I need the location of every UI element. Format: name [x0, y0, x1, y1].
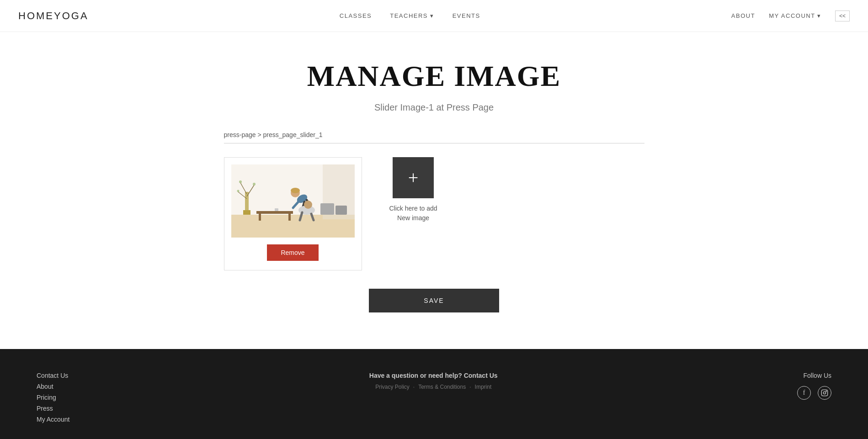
footer-imprint-link[interactable]: Imprint	[475, 384, 492, 390]
save-button[interactable]: SAVE	[369, 289, 499, 312]
page-title: MANAGE IMAGE	[307, 59, 561, 93]
facebook-icon[interactable]: f	[797, 386, 811, 400]
page-subtitle: Slider Image-1 at Press Page	[374, 102, 494, 113]
follow-us-label: Follow Us	[804, 372, 831, 379]
nav-classes[interactable]: CLASSES	[340, 12, 372, 19]
svg-rect-13	[259, 214, 261, 221]
svg-point-23	[304, 201, 312, 209]
nav-teachers[interactable]: TEACHERS ▾	[390, 12, 434, 19]
svg-rect-5	[243, 210, 250, 215]
breadcrumb-section: press-page > press_page_slider_1	[224, 131, 644, 143]
add-image-button[interactable]: +	[393, 157, 434, 198]
remove-button[interactable]: Remove	[267, 244, 318, 261]
images-row: Remove + Click here to add New image	[224, 157, 644, 270]
footer-terms-link[interactable]: Terms & Conditions	[418, 384, 466, 390]
svg-point-11	[237, 190, 239, 192]
add-image-label: Click here to add New image	[389, 204, 437, 223]
add-image-area[interactable]: + Click here to add New image	[389, 157, 437, 223]
nav-center: CLASSES TEACHERS ▾ EVENTS	[340, 12, 480, 19]
social-icons: f	[797, 386, 831, 400]
svg-point-18	[291, 188, 300, 193]
main-content: MANAGE IMAGE Slider Image-1 at Press Pag…	[0, 32, 868, 349]
footer-link-my-account[interactable]: My Account	[37, 416, 69, 423]
breadcrumb: press-page > press_page_slider_1	[224, 131, 644, 143]
collapse-button[interactable]: <<	[835, 11, 850, 21]
footer-contact-link[interactable]: Contact Us	[464, 372, 498, 379]
nav-events[interactable]: EVENTS	[453, 12, 480, 19]
footer-link-pricing[interactable]: Pricing	[37, 394, 69, 401]
svg-rect-27	[335, 206, 347, 215]
instagram-icon[interactable]	[818, 386, 831, 400]
svg-rect-28	[821, 390, 827, 396]
nav-my-account[interactable]: MY ACCOUNT ▾	[769, 12, 821, 19]
footer-privacy-link[interactable]: Privacy Policy	[375, 384, 410, 390]
footer: Contact Us About Pricing Press My Accoun…	[0, 349, 868, 439]
footer-right: Follow Us f	[797, 372, 831, 400]
nav-about[interactable]: ABOUT	[731, 12, 755, 19]
image-preview	[231, 164, 355, 238]
footer-link-contact[interactable]: Contact Us	[37, 372, 69, 379]
svg-rect-12	[256, 211, 293, 214]
svg-rect-14	[288, 214, 291, 221]
svg-rect-26	[320, 203, 334, 215]
svg-point-10	[253, 183, 256, 185]
footer-link-about[interactable]: About	[37, 383, 69, 390]
footer-link-press[interactable]: Press	[37, 405, 69, 412]
logo[interactable]: HOMEYOGA	[18, 10, 89, 22]
plus-icon: +	[408, 169, 419, 187]
footer-center: Have a question or need help? Contact Us…	[369, 372, 498, 390]
footer-links: Contact Us About Pricing Press My Accoun…	[37, 372, 69, 423]
nav-right: ABOUT MY ACCOUNT ▾ <<	[731, 11, 850, 21]
svg-rect-15	[275, 208, 278, 211]
svg-point-29	[823, 391, 825, 394]
footer-legal: Privacy Policy · Terms & Conditions · Im…	[375, 384, 491, 390]
header: HOMEYOGA CLASSES TEACHERS ▾ EVENTS ABOUT…	[0, 0, 868, 32]
footer-question: Have a question or need help? Contact Us	[369, 372, 498, 379]
svg-point-9	[239, 180, 242, 183]
svg-point-30	[826, 391, 826, 391]
existing-image-card: Remove	[224, 157, 362, 270]
